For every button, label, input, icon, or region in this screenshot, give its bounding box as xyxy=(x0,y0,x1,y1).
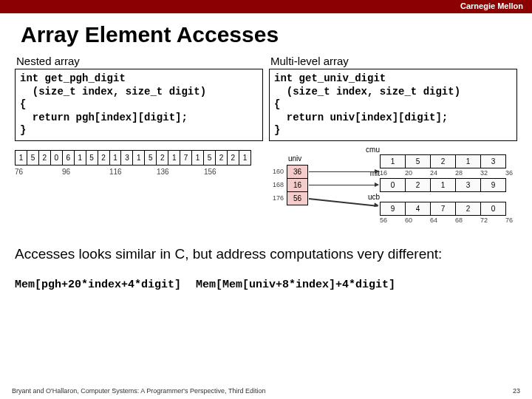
mem-right: Mem[Mem[univ+8*index]+4*digit] xyxy=(196,279,395,291)
cell: 0 xyxy=(381,178,406,191)
cell: 3 xyxy=(481,154,506,168)
cell: 1 xyxy=(74,150,86,165)
page-number: 23 xyxy=(513,387,520,395)
cell: 1 xyxy=(456,154,481,168)
cell: 2 xyxy=(157,150,168,165)
cell: 1 xyxy=(381,154,406,168)
nested-addrs: 7696116136156 xyxy=(15,168,251,176)
cell: 2 xyxy=(456,202,481,215)
cell: 0 xyxy=(481,202,506,215)
cell: 3 xyxy=(121,150,133,165)
cell: 1 xyxy=(109,150,121,165)
cell: 1 xyxy=(133,150,145,165)
cell: 9 xyxy=(481,178,506,191)
arrow-icon xyxy=(309,185,378,186)
ptr-cell: 56 xyxy=(287,191,308,205)
cell: 5 xyxy=(406,154,431,168)
row-cmu: 15213 xyxy=(380,154,506,168)
summary-text: Accesses looks similar in C, but address… xyxy=(0,234,532,265)
cell: 1 xyxy=(192,150,204,165)
row-addrs-bot: 566064687276 xyxy=(380,216,531,224)
cell: 6 xyxy=(62,150,74,165)
cell: 2 xyxy=(406,178,431,191)
cell: 1 xyxy=(431,178,456,191)
univ-label: univ xyxy=(288,154,301,163)
cell: 3 xyxy=(456,178,481,191)
code-columns: Nested array int get_pgh_digit (size_t i… xyxy=(0,55,532,141)
right-column: Multi-level array int get_univ_digit (si… xyxy=(269,55,517,141)
right-label: Multi-level array xyxy=(269,55,517,69)
row-ucb: 94720 xyxy=(380,202,506,216)
brand-label: Carnegie Mellon xyxy=(460,1,523,10)
cell: 2 xyxy=(215,150,227,165)
cell: 2 xyxy=(431,154,456,168)
cell: 5 xyxy=(145,150,157,165)
cell: 4 xyxy=(406,202,431,215)
brand-bar: Carnegie Mellon xyxy=(0,0,532,13)
nested-cells: 15206152131521715221 xyxy=(15,150,251,166)
cell: 2 xyxy=(98,150,109,165)
cell: 5 xyxy=(86,150,98,165)
cell: 9 xyxy=(381,202,406,215)
ptr-cell: 16 xyxy=(287,178,308,191)
row-addrs-top: 162024283236 xyxy=(380,169,531,177)
cell: 0 xyxy=(50,150,62,165)
ptr-cell: 36 xyxy=(287,165,308,178)
cell: 2 xyxy=(38,150,50,165)
multilevel-diagram: univ 160168176 361656 cmu 15213 mit 0213… xyxy=(262,150,517,231)
mem-left: Mem[pgh+20*index+4*digit] xyxy=(15,279,181,291)
cell: 5 xyxy=(204,150,216,165)
cell: 1 xyxy=(239,150,250,165)
footer: Bryant and O'Hallaron, Computer Systems:… xyxy=(12,387,520,395)
slide-title: Array Element Accesses xyxy=(0,13,532,55)
row-mit: 02139 xyxy=(380,178,506,192)
left-column: Nested array int get_pgh_digit (size_t i… xyxy=(15,55,263,141)
row-label-ucb: ucb xyxy=(358,193,380,201)
diagrams-row: 15206152131521715221 7696116136156 univ … xyxy=(0,141,532,234)
cell: 1 xyxy=(16,150,27,165)
cell: 5 xyxy=(27,150,38,165)
cell: 1 xyxy=(168,150,180,165)
nested-diagram: 15206152131521715221 7696116136156 xyxy=(15,150,251,176)
mem-expressions: Mem[pgh+20*index+4*digit] Mem[Mem[univ+8… xyxy=(0,265,532,304)
cell: 7 xyxy=(180,150,192,165)
cell: 2 xyxy=(227,150,239,165)
ptr-table: 361656 xyxy=(287,165,308,205)
left-code: int get_pgh_digit (size_t index, size_t … xyxy=(15,69,263,141)
ptr-addrs: 160168176 xyxy=(266,165,284,205)
footer-citation: Bryant and O'Hallaron, Computer Systems:… xyxy=(12,387,265,395)
cell: 7 xyxy=(431,202,456,215)
left-label: Nested array xyxy=(15,55,263,69)
row-label-cmu: cmu xyxy=(358,146,380,154)
arrow-icon xyxy=(309,171,378,173)
right-code: int get_univ_digit (size_t index, size_t… xyxy=(269,69,517,141)
